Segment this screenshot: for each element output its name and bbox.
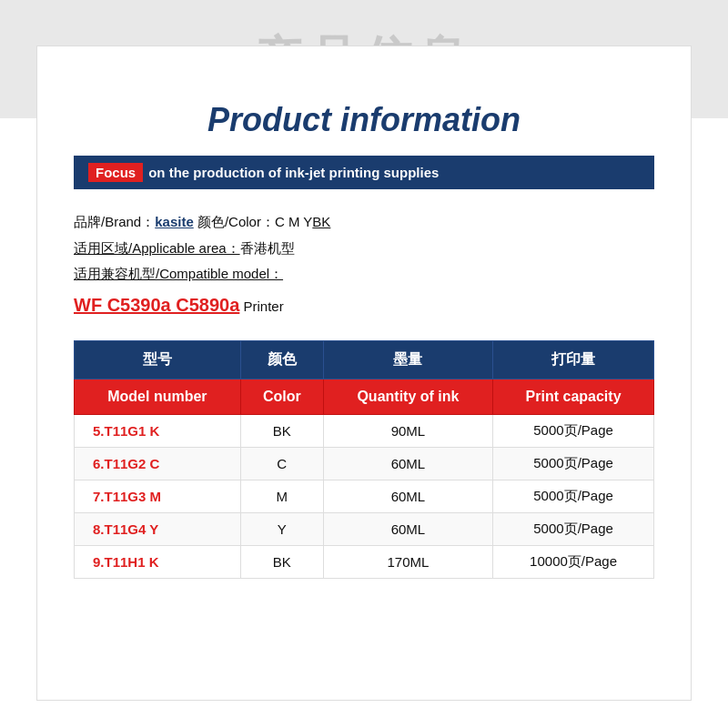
col-print-cn: 打印量 [493, 340, 654, 379]
cell-model-0: 5.T11G1 K [75, 414, 241, 447]
cell-model-4: 9.T11H1 K [75, 545, 241, 578]
focus-highlight: Focus [88, 163, 143, 182]
table-row: 6.T11G2 CC60ML5000页/Page [75, 447, 654, 480]
cell-print-0: 5000页/Page [493, 414, 654, 447]
col-color-cn: 颜色 [240, 340, 323, 379]
cell-ink-1: 60ML [323, 447, 492, 480]
cell-print-2: 5000页/Page [493, 480, 654, 512]
table-header-en: Model number Color Quantity of ink Print… [75, 379, 654, 414]
color-bk: BK [312, 214, 330, 229]
compat-label: 适用兼容机型/Compatible model： [74, 266, 283, 281]
brand-label: 品牌/Brand： [74, 214, 155, 229]
cell-model-3: 8.T11G4 Y [75, 512, 241, 545]
area-label: 适用区域/Applicable area： [74, 240, 240, 256]
col-model-cn: 型号 [75, 340, 241, 379]
area-value: 香港机型 [240, 240, 295, 256]
table-row: 8.T11G4 YY60ML5000页/Page [75, 512, 654, 545]
table-row: 9.T11H1 KBK170ML10000页/Page [75, 545, 654, 578]
brand-line: 品牌/Brand：kasite 颜色/Color：C M YBK [74, 209, 654, 236]
content-card: Product information Focus on the product… [36, 46, 692, 701]
brand-value: kasite [155, 214, 194, 229]
cell-print-3: 5000页/Page [493, 512, 654, 545]
cell-color-1: C [240, 447, 323, 480]
compat-model: WF C5390a C5890a [74, 295, 239, 315]
compat-label-line: 适用兼容机型/Compatible model： [74, 261, 654, 288]
cell-color-2: M [240, 480, 323, 512]
cell-ink-3: 60ML [323, 512, 492, 545]
col-ink-en: Quantity of ink [323, 379, 492, 414]
cell-ink-4: 170ML [323, 545, 492, 578]
cell-print-4: 10000页/Page [493, 545, 654, 578]
cell-color-3: Y [240, 512, 323, 545]
info-section: 品牌/Brand：kasite 颜色/Color：C M YBK 适用区域/Ap… [74, 209, 654, 322]
printer-text: Printer [239, 298, 283, 314]
area-line: 适用区域/Applicable area：香港机型 [74, 236, 654, 262]
cell-model-2: 7.T11G3 M [75, 480, 241, 512]
table-body: 5.T11G1 KBK90ML5000页/Page6.T11G2 CC60ML5… [75, 414, 654, 578]
cell-ink-0: 90ML [323, 414, 492, 447]
col-color-en: Color [240, 379, 323, 414]
focus-banner: Focus on the production of ink-jet print… [74, 156, 654, 189]
color-label: 颜色/Color：C M Y [194, 214, 313, 229]
col-print-en: Print capacity [493, 379, 654, 414]
cell-ink-2: 60ML [323, 480, 492, 512]
main-title: Product information [74, 101, 654, 139]
col-ink-cn: 墨量 [323, 340, 492, 379]
product-table: 型号 颜色 墨量 打印量 Model number Color Quantity… [74, 340, 654, 579]
table-row: 7.T11G3 MM60ML5000页/Page [75, 480, 654, 512]
col-model-en: Model number [75, 379, 241, 414]
banner-text: on the production of ink-jet printing su… [148, 165, 439, 180]
cell-color-0: BK [240, 414, 323, 447]
cell-print-1: 5000页/Page [493, 447, 654, 480]
table-row: 5.T11G1 KBK90ML5000页/Page [75, 414, 654, 447]
cell-model-1: 6.T11G2 C [75, 447, 241, 480]
table-header-cn: 型号 颜色 墨量 打印量 [75, 340, 654, 379]
page: 产品信息 Product information Focus on the pr… [0, 0, 728, 728]
cell-color-4: BK [240, 545, 323, 578]
compat-model-line: WF C5390a C5890a Printer [74, 288, 654, 322]
